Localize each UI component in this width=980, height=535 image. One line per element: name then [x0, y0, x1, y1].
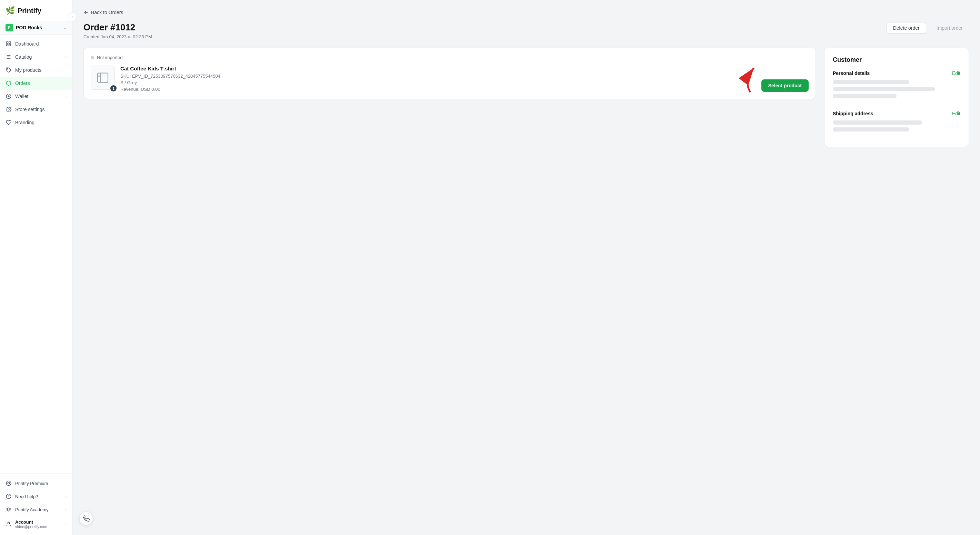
wallet-icon: [6, 93, 12, 99]
svg-rect-3: [9, 44, 11, 46]
svg-rect-2: [6, 44, 8, 46]
logo-name: Printify: [18, 7, 41, 15]
shipping-blurred-line-2: [833, 127, 909, 131]
logo: 🌿 Printify: [0, 0, 72, 21]
sidebar-item-my-products[interactable]: My products: [0, 64, 72, 77]
svg-point-9: [6, 481, 11, 485]
product-info: Cat Coffee Kids T-shirt SKU: EPV_ID_7253…: [120, 65, 809, 92]
need-help-chevron-icon: ›: [65, 494, 67, 498]
personal-details-header: Personal details Edit: [833, 70, 960, 76]
sidebar-nav: Dashboard Catalog › My products: [0, 35, 72, 474]
sidebar-item-need-help[interactable]: Need help? ›: [0, 490, 72, 503]
my-products-label: My products: [15, 67, 41, 73]
shipping-address-section: Shipping address Edit: [833, 111, 960, 131]
status-row: Not imported: [91, 55, 809, 60]
branding-icon: [6, 120, 12, 126]
title-group: Order #1012 Created Jan 04, 2023 at 02:3…: [83, 22, 152, 39]
import-order-button: Import order: [930, 22, 969, 34]
store-name: POD Rocks: [16, 25, 42, 30]
page-title: Order #1012: [83, 22, 152, 33]
store-info: P POD Rocks: [6, 24, 42, 31]
shipping-blurred-line-1: [833, 120, 922, 125]
order-section: Not imported 1 Cat Coffee Kids T-shirt S…: [83, 48, 816, 99]
svg-point-8: [8, 109, 9, 110]
printify-academy-label: Printify Academy: [15, 507, 49, 512]
sidebar-item-orders[interactable]: Orders: [0, 77, 72, 90]
sidebar-item-catalog[interactable]: Catalog ›: [0, 50, 72, 64]
back-arrow-icon: [83, 10, 89, 15]
help-fab-icon: [83, 515, 90, 522]
content-grid: Not imported 1 Cat Coffee Kids T-shirt S…: [83, 48, 969, 147]
product-thumbnail: 1: [91, 65, 115, 90]
personal-blurred-line-2: [833, 87, 935, 91]
help-icon: [6, 493, 12, 500]
account-email: video@printify.com: [15, 525, 47, 529]
store-switcher[interactable]: P POD Rocks ⌄: [0, 21, 72, 35]
product-sku: SKU: EPV_ID_7253897576632_42045775544504: [120, 73, 809, 79]
svg-rect-15: [98, 73, 108, 83]
product-name: Cat Coffee Kids T-shirt: [120, 65, 809, 72]
sidebar-item-wallet[interactable]: Wallet ›: [0, 90, 72, 103]
svg-point-13: [8, 522, 9, 524]
store-settings-label: Store settings: [15, 107, 45, 112]
product-row: 1 Cat Coffee Kids T-shirt SKU: EPV_ID_72…: [91, 65, 809, 92]
page-subtitle: Created Jan 04, 2023 at 02:33 PM: [83, 34, 152, 39]
need-help-label: Need help?: [15, 494, 38, 499]
academy-chevron-icon: ›: [65, 507, 67, 511]
sidebar-item-account[interactable]: Account video@printify.com ›: [0, 516, 72, 532]
svg-point-4: [7, 69, 8, 69]
catalog-icon: [6, 54, 12, 60]
sidebar-item-branding[interactable]: Branding: [0, 116, 72, 129]
sidebar-collapse-button[interactable]: ‹: [68, 13, 76, 21]
store-icon: P: [6, 24, 13, 31]
wallet-label: Wallet: [15, 94, 28, 99]
dashboard-label: Dashboard: [15, 41, 39, 46]
order-card: Not imported 1 Cat Coffee Kids T-shirt S…: [83, 48, 816, 99]
logo-icon: 🌿: [6, 6, 15, 15]
sidebar-item-store-settings[interactable]: Store settings: [0, 103, 72, 116]
sidebar-item-dashboard[interactable]: Dashboard: [0, 37, 72, 50]
product-quantity-badge: 1: [110, 85, 116, 91]
edit-shipping-button[interactable]: Edit: [952, 111, 960, 116]
wallet-chevron-icon: ›: [65, 94, 67, 98]
personal-blurred-line-1: [833, 80, 909, 84]
sidebar: 🌿 Printify P POD Rocks ⌄ ‹ Dashboard Cat…: [0, 0, 72, 535]
status-label: Not imported: [97, 55, 123, 60]
sidebar-item-printify-premium[interactable]: Printify Premium: [0, 477, 72, 490]
status-indicator: [91, 56, 94, 59]
account-icon: [6, 521, 12, 527]
delete-order-button[interactable]: Delete order: [886, 22, 926, 34]
printify-premium-label: Printify Premium: [15, 481, 48, 486]
svg-rect-1: [9, 42, 11, 43]
orders-label: Orders: [15, 80, 30, 86]
customer-card: Customer Personal details Edit Shipping …: [824, 48, 969, 147]
page-header: Order #1012 Created Jan 04, 2023 at 02:3…: [83, 22, 969, 39]
account-label: Account: [15, 519, 47, 525]
back-link-label: Back to Orders: [91, 10, 123, 15]
branding-label: Branding: [15, 120, 35, 125]
shipping-address-label: Shipping address: [833, 111, 873, 116]
select-product-button[interactable]: Select product: [761, 79, 809, 92]
store-chevron-icon: ⌄: [64, 26, 67, 30]
product-variant: S / Grey: [120, 80, 809, 85]
store-settings-icon: [6, 106, 12, 113]
catalog-label: Catalog: [15, 54, 32, 60]
svg-rect-0: [6, 42, 8, 43]
dashboard-icon: [6, 41, 12, 47]
help-fab-button[interactable]: [79, 511, 93, 525]
orders-icon: [6, 80, 12, 86]
sidebar-item-printify-academy[interactable]: Printify Academy ›: [0, 503, 72, 516]
sidebar-bottom: Printify Premium Need help? › Printify A…: [0, 474, 72, 535]
catalog-chevron-icon: ›: [65, 55, 67, 59]
main-content: Back to Orders Order #1012 Created Jan 0…: [72, 0, 980, 535]
edit-personal-button[interactable]: Edit: [952, 70, 960, 76]
academy-icon: [6, 506, 12, 513]
personal-blurred-line-3: [833, 94, 897, 98]
shipping-address-header: Shipping address Edit: [833, 111, 960, 116]
premium-icon: [6, 480, 12, 486]
personal-details-section: Personal details Edit: [833, 70, 960, 98]
customer-title: Customer: [833, 56, 960, 64]
product-revenue: Revenue: USD 0.00: [120, 87, 809, 92]
personal-details-label: Personal details: [833, 70, 870, 76]
back-to-orders-link[interactable]: Back to Orders: [83, 10, 969, 15]
